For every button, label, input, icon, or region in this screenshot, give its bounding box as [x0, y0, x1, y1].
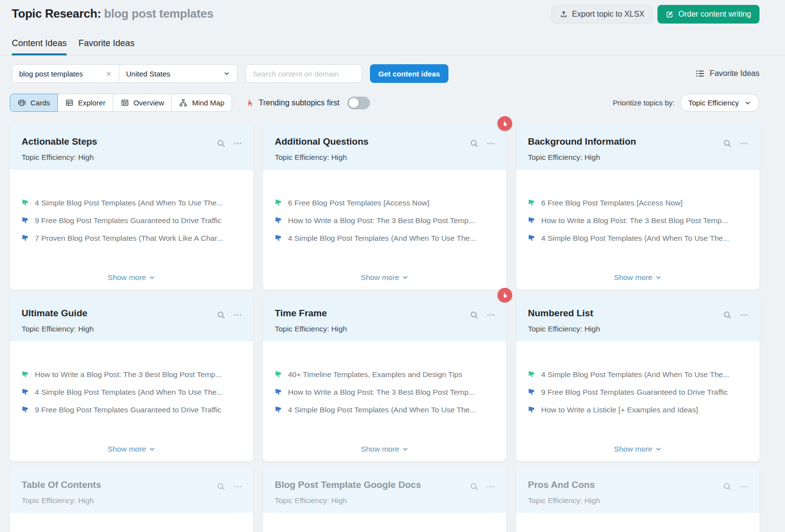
- card-search-icon[interactable]: [723, 482, 732, 491]
- clear-keyword-icon[interactable]: [105, 71, 112, 77]
- topic-card: Background Information Topic Efficiency:…: [516, 123, 759, 290]
- domain-search-input[interactable]: [245, 64, 362, 83]
- card-menu-icon[interactable]: [739, 310, 749, 320]
- card-search-icon[interactable]: [216, 310, 226, 320]
- megaphone-icon: [528, 388, 536, 396]
- idea-text: 4 Simple Blog Post Templates (And When T…: [541, 233, 729, 243]
- country-select[interactable]: United States: [119, 65, 237, 82]
- tab-content-ideas[interactable]: Content Ideas: [12, 38, 67, 55]
- card-search-icon[interactable]: [216, 139, 226, 148]
- card-menu-icon[interactable]: [486, 310, 496, 320]
- idea-item[interactable]: 4 Simple Blog Post Templates (And When T…: [528, 233, 748, 243]
- topic-card: Time Frame Topic Efficiency: High 4: [263, 295, 506, 461]
- keyword-input[interactable]: blog post templates: [12, 65, 119, 82]
- idea-item[interactable]: 6 Free Blog Post Templates [Access Now]: [528, 198, 748, 208]
- card-body: [263, 513, 506, 532]
- topic-card: Table Of Contents Topic Efficiency: High: [10, 466, 253, 532]
- idea-text: How to Write a Blog Post: The 3 Best Blo…: [288, 387, 475, 397]
- idea-item[interactable]: 40+ Timeline Templates, Examples and Des…: [275, 369, 495, 380]
- trending-badge-icon: [497, 288, 512, 303]
- card-efficiency: Topic Efficiency: High: [528, 153, 636, 162]
- card-header: Actionable Steps Topic Efficiency: High: [10, 123, 253, 170]
- view-cards-button[interactable]: Cards: [10, 94, 58, 112]
- card-search-icon[interactable]: [216, 482, 226, 491]
- show-more-label: Show more: [361, 273, 399, 282]
- card-menu-icon[interactable]: [739, 139, 749, 148]
- idea-list: 6 Free Blog Post Templates [Access Now] …: [528, 198, 748, 251]
- idea-text: 6 Free Blog Post Templates [Access Now]: [288, 198, 429, 208]
- idea-item[interactable]: 4 Simple Blog Post Templates (And When T…: [275, 233, 495, 243]
- card-title: Additional Questions: [275, 136, 368, 147]
- idea-item[interactable]: 4 Simple Blog Post Templates (And When T…: [528, 369, 748, 380]
- idea-text: How to Write a Blog Post: The 3 Best Blo…: [541, 215, 728, 226]
- card-menu-icon[interactable]: [486, 482, 496, 491]
- order-content-writing-label: Order content writing: [678, 10, 751, 19]
- idea-item[interactable]: How to Write a Blog Post: The 3 Best Blo…: [275, 215, 495, 226]
- topic-card: Numbered List Topic Efficiency: High: [516, 295, 759, 461]
- chevron-down-icon: [655, 274, 662, 281]
- get-content-ideas-button[interactable]: Get content ideas: [370, 64, 448, 83]
- idea-item[interactable]: How to Write a Blog Post: The 3 Best Blo…: [275, 387, 495, 397]
- view-mindmap-button[interactable]: Mind Map: [171, 94, 232, 112]
- show-more-link[interactable]: Show more: [361, 445, 408, 455]
- idea-item[interactable]: How to Write a Listicle [+ Examples and …: [528, 405, 748, 415]
- show-more-link[interactable]: Show more: [361, 273, 408, 283]
- idea-item[interactable]: 4 Simple Blog Post Templates (And When T…: [22, 387, 241, 397]
- chevron-down-icon: [402, 446, 409, 453]
- order-content-writing-button[interactable]: Order content writing: [657, 5, 759, 24]
- show-more-label: Show more: [614, 445, 652, 454]
- card-menu-icon[interactable]: [233, 482, 242, 491]
- card-header-text: Pros And Cons Topic Efficiency: High: [528, 480, 600, 513]
- trending-badge-icon: [497, 116, 512, 131]
- tab-favorite-ideas[interactable]: Favorite Ideas: [78, 38, 134, 55]
- card-menu-icon[interactable]: [233, 310, 242, 320]
- favorite-ideas-link[interactable]: Favorite Ideas: [696, 69, 759, 78]
- idea-item[interactable]: 6 Free Blog Post Templates [Access Now]: [275, 198, 495, 208]
- tabs: Content Ideas Favorite Ideas: [0, 38, 785, 55]
- card-body: 6 Free Blog Post Templates [Access Now] …: [263, 170, 506, 290]
- card-search-icon[interactable]: [470, 139, 479, 148]
- trending-toggle[interactable]: [347, 97, 370, 109]
- show-more-link[interactable]: Show more: [614, 273, 661, 283]
- show-more-label: Show more: [107, 445, 146, 454]
- topic-card: Additional Questions Topic Efficiency: H…: [263, 123, 506, 290]
- mindmap-view-icon: [179, 99, 187, 107]
- card-search-icon[interactable]: [723, 139, 732, 148]
- idea-text: 4 Simple Blog Post Templates (And When T…: [541, 369, 729, 380]
- card-search-icon[interactable]: [470, 310, 479, 320]
- prioritize-select[interactable]: Topic Efficiency: [680, 94, 759, 112]
- card-actions: [216, 480, 242, 513]
- card-menu-icon[interactable]: [739, 482, 749, 491]
- idea-item[interactable]: 4 Simple Blog Post Templates (And When T…: [22, 198, 241, 208]
- view-overview-button[interactable]: Overview: [113, 94, 172, 112]
- idea-item[interactable]: 7 Proven Blog Post Templates (That Work …: [22, 233, 241, 243]
- idea-item[interactable]: How to Write a Blog Post: The 3 Best Blo…: [22, 369, 241, 380]
- show-more-link[interactable]: Show more: [107, 273, 155, 283]
- card-menu-icon[interactable]: [486, 139, 496, 148]
- card-menu-icon[interactable]: [233, 139, 242, 148]
- idea-item[interactable]: 9 Free Blog Post Templates Guaranteed to…: [528, 387, 748, 397]
- card-header: Ultimate Guide Topic Efficiency: High: [10, 295, 253, 341]
- show-more-link[interactable]: Show more: [614, 445, 661, 455]
- card-body: How to Write a Blog Post: The 3 Best Blo…: [10, 341, 253, 461]
- card-actions: [723, 480, 749, 513]
- show-more-link[interactable]: Show more: [107, 445, 155, 455]
- view-switcher: Cards Explorer Overview Mind Map: [10, 94, 232, 112]
- card-search-icon[interactable]: [470, 482, 479, 491]
- card-title: Actionable Steps: [22, 136, 97, 147]
- card-actions: [470, 308, 496, 341]
- card-actions: [470, 136, 496, 170]
- export-xlsx-button[interactable]: Export topic to XLSX: [551, 5, 653, 24]
- idea-item[interactable]: 9 Free Blog Post Templates Guaranteed to…: [22, 215, 241, 226]
- idea-list: 4 Simple Blog Post Templates (And When T…: [22, 198, 241, 251]
- card-search-icon[interactable]: [723, 310, 732, 320]
- show-more-label: Show more: [361, 445, 399, 454]
- idea-item[interactable]: How to Write a Blog Post: The 3 Best Blo…: [528, 215, 748, 226]
- card-header: Time Frame Topic Efficiency: High: [263, 295, 506, 341]
- card-header: Table Of Contents Topic Efficiency: High: [10, 466, 253, 513]
- megaphone-icon: [275, 405, 283, 413]
- idea-item[interactable]: 9 Free Blog Post Templates Guaranteed to…: [22, 405, 241, 415]
- idea-text: 9 Free Blog Post Templates Guaranteed to…: [541, 387, 728, 397]
- idea-item[interactable]: 4 Simple Blog Post Templates (And When T…: [275, 405, 495, 415]
- view-explorer-button[interactable]: Explorer: [57, 94, 113, 112]
